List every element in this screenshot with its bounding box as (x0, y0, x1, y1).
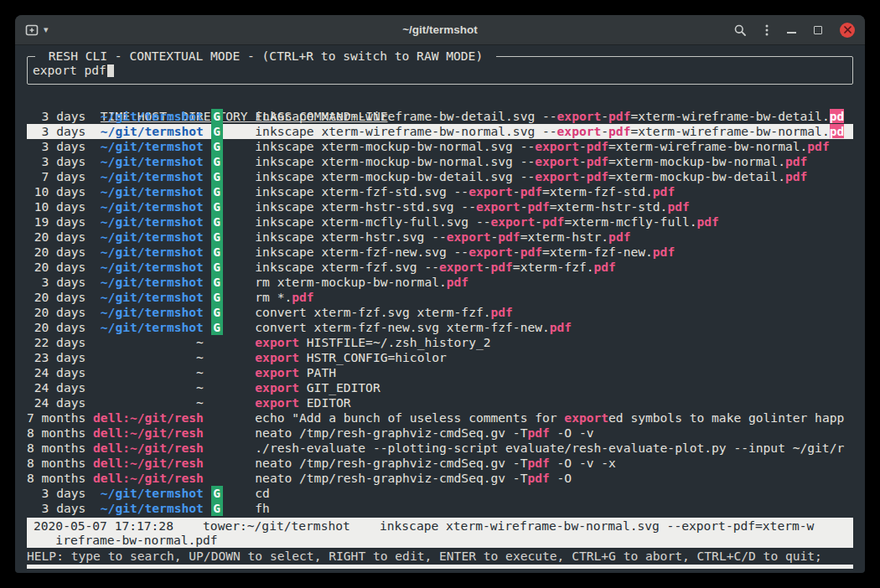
history-row[interactable]: 10 days~/git/termshotGinkscape xterm-fzf… (27, 184, 853, 199)
command-text: -O (550, 471, 572, 485)
row-command: fh (255, 501, 853, 516)
command-text: =xterm-hstr. (520, 230, 608, 244)
command-text: =xterm-wireframe-bw-normal. (630, 124, 829, 138)
history-row[interactable]: 24 days~export EDITOR (27, 395, 853, 410)
history-row[interactable]: 8 monthsdell:~/git/reshneato /tmp/resh-g… (27, 471, 853, 486)
history-row[interactable]: 3 days~/git/termshotGinkscape xterm-wire… (27, 124, 853, 139)
command-text: inkscape xterm-wireframe-bw-normal.svg -… (255, 124, 556, 138)
row-command: inkscape xterm-fzf-new.svg --export-pdf=… (255, 245, 853, 260)
history-row[interactable]: 3 days~/git/termshotGfh (27, 501, 853, 516)
command-match-text: pdf (653, 245, 675, 259)
row-flags: G (211, 169, 256, 184)
history-row[interactable]: 19 days~/git/termshotGinkscape xterm-mcf… (27, 214, 853, 230)
command-text: -O -v -x (550, 456, 616, 470)
command-match-text: pdf (807, 139, 829, 153)
row-time: 24 days (27, 395, 85, 410)
history-row[interactable]: 8 monthsdell:~/git/reshneato /tmp/resh-g… (27, 456, 853, 471)
command-match-text: pdf (447, 275, 468, 289)
command-text: neato /tmp/resh-graphviz-cmdSeq.gv -T (255, 456, 527, 470)
command-text: - (601, 109, 608, 123)
row-time: 19 days (27, 214, 85, 230)
row-command: neato /tmp/resh-graphviz-cmdSeq.gv -Tpdf… (255, 426, 853, 441)
row-time: 3 days (27, 501, 85, 516)
search-query-text: export pdf (33, 63, 106, 78)
history-row[interactable]: 23 days~export HSTR_CONFIG=hicolor (27, 350, 853, 365)
command-match-text: pdf (542, 214, 564, 229)
row-command: inkscape xterm-fzf.svg --export-pdf=xter… (255, 260, 853, 275)
row-host: ~/git/termshot (93, 184, 204, 199)
command-match-text: pdf (491, 305, 513, 319)
row-flags: G (211, 199, 256, 214)
command-text: rm *. (255, 290, 292, 304)
search-input[interactable]: export pdf (33, 63, 847, 78)
menu-button[interactable] (764, 23, 769, 37)
search-box-title: RESH CLI - CONTEXTUAL MODE - (CTRL+R to … (35, 49, 496, 64)
history-row[interactable]: 20 days~/git/termshotGrm *.pdf (27, 290, 853, 305)
history-row[interactable]: 20 days~/git/termshotGinkscape xterm-hst… (27, 230, 853, 245)
row-command: inkscape xterm-mockup-bw-detail.svg --ex… (255, 169, 853, 184)
row-command: inkscape xterm-hstr-std.svg --export-pdf… (255, 199, 853, 214)
history-row[interactable]: 7 monthsdell:~/git/reshecho "Add a bunch… (27, 410, 853, 426)
git-flag-badge: G (211, 169, 223, 184)
history-row[interactable]: 24 days~export PATH (27, 365, 853, 380)
git-flag-badge: G (211, 260, 223, 275)
command-match-text: export (439, 260, 484, 274)
command-match-text: pdf (785, 154, 807, 168)
git-flag-badge: G (211, 245, 223, 260)
row-flags: G (211, 154, 256, 169)
row-command: export PATH (255, 365, 853, 380)
history-row[interactable]: 3 days~/git/termshotGrm xterm-mockup-bw-… (27, 275, 853, 290)
command-match-text: pdf (587, 154, 608, 168)
new-tab-button[interactable] (25, 23, 39, 37)
history-row[interactable]: 10 days~/git/termshotGinkscape xterm-hst… (27, 199, 853, 214)
detail-line: 2020-05-07 17:17:28 tower:~/git/termshot… (34, 518, 846, 533)
git-flag-badge: G (211, 124, 223, 139)
row-host: ~/git/termshot (93, 501, 204, 516)
command-text: GIT_EDITOR (299, 380, 380, 395)
history-row[interactable]: 3 days~/git/termshotGinkscape xterm-mock… (27, 139, 853, 154)
row-time: 3 days (27, 109, 85, 124)
minimize-button[interactable] (787, 26, 796, 34)
titlebar[interactable]: ▾ ~/git/termshot (15, 15, 865, 45)
history-row[interactable]: 22 days~export HISTFILE=~/.zsh_history_2 (27, 335, 853, 350)
command-text: =xterm-fzf-new. (542, 245, 653, 259)
history-row[interactable]: 8 monthsdell:~/git/resh./resh-evaluate -… (27, 441, 853, 456)
terminal-screen: RESH CLI - CONTEXTUAL MODE - (CTRL+R to … (15, 45, 865, 569)
row-command: inkscape xterm-mockup-bw-normal.svg --ex… (255, 139, 853, 154)
command-text: - (601, 124, 608, 138)
git-flag-badge: G (211, 214, 223, 230)
row-flags: G (211, 305, 256, 320)
row-host: ~/git/termshot (93, 245, 204, 260)
row-flags: G (211, 501, 256, 516)
command-match-text: pd (830, 109, 845, 123)
command-text: inkscape xterm-fzf-std.svg -- (255, 184, 468, 199)
tab-dropdown-button[interactable]: ▾ (44, 25, 49, 34)
minimize-icon (787, 32, 796, 34)
search-button[interactable] (733, 23, 747, 37)
search-icon (733, 23, 747, 37)
command-match-text: pdf (608, 124, 630, 138)
history-row[interactable]: 3 days~/git/termshotGcd (27, 486, 853, 501)
command-match-text: pdf (498, 230, 520, 244)
restore-button[interactable] (814, 26, 822, 34)
history-row[interactable]: 7 days~/git/termshotGinkscape xterm-mock… (27, 169, 853, 184)
git-flag-badge: G (211, 199, 223, 214)
history-row[interactable]: 3 days~/git/termshotGinkscape xterm-mock… (27, 154, 853, 169)
git-flag-badge: G (211, 139, 223, 154)
history-row[interactable]: 20 days~/git/termshotGconvert xterm-fzf.… (27, 305, 853, 320)
command-text: PATH (299, 365, 336, 379)
history-row[interactable]: 24 days~export GIT_EDITOR (27, 380, 853, 395)
row-flags (211, 441, 256, 456)
history-row[interactable]: 3 days~/git/termshotGinkscape xterm-wire… (27, 109, 853, 124)
history-row[interactable]: 8 monthsdell:~/git/reshneato /tmp/resh-g… (27, 426, 853, 441)
command-text: HSTR_CONFIG=hicolor (299, 350, 447, 364)
row-host: ~/git/termshot (93, 154, 204, 169)
history-row[interactable]: 20 days~/git/termshotGinkscape xterm-fzf… (27, 245, 853, 260)
command-match-text: pdf (520, 245, 542, 259)
row-flags (211, 410, 256, 426)
close-button[interactable] (840, 23, 855, 38)
history-row[interactable]: 20 days~/git/termshotGconvert xterm-fzf-… (27, 320, 853, 335)
history-row[interactable]: 20 days~/git/termshotGinkscape xterm-fzf… (27, 260, 853, 275)
command-text: =xterm-mcfly-full. (564, 214, 696, 229)
row-flags: G (211, 184, 256, 199)
